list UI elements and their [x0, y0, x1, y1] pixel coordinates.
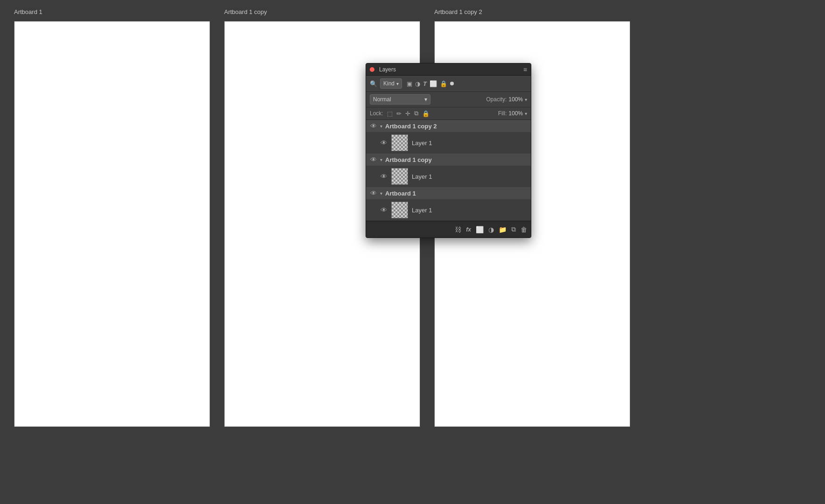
kind-dropdown[interactable]: Kind ▾: [380, 78, 402, 89]
filter-icons: ▣ ◑ T ⬜ 🔒: [407, 80, 454, 87]
opacity-value[interactable]: 100%: [508, 96, 523, 103]
search-icon: 🔍: [370, 80, 377, 87]
expand-arrow-icon[interactable]: ▾: [380, 124, 382, 129]
group-name-artboard-1-copy-2: Artboard 1 copy 2: [385, 123, 437, 130]
panel-title: Layers: [379, 66, 396, 73]
layer-eye-icon[interactable]: 👁: [380, 206, 388, 214]
titlebar-left: Layers: [370, 66, 396, 73]
layers-list: 👁 ▾ Artboard 1 copy 2 👁 Layer 1 👁 ▾ Artb…: [366, 120, 531, 221]
fill-label: Fill:: [498, 110, 507, 117]
fill-value[interactable]: 100%: [508, 110, 523, 117]
layer-thumbnail: [391, 134, 408, 151]
layer-row-artboard-1-layer1[interactable]: 👁 Layer 1: [366, 199, 531, 221]
filter-type-icon[interactable]: T: [423, 80, 427, 87]
fill-chevron-icon[interactable]: ▾: [525, 111, 527, 116]
layer-eye-icon[interactable]: 👁: [380, 173, 388, 180]
layer-row-artboard-1-copy-layer1[interactable]: 👁 Layer 1: [366, 166, 531, 187]
layers-panel: Layers ≡ 🔍 Kind ▾ ▣ ◑ T ⬜ 🔒: [366, 63, 531, 238]
titlebar-right: ≡: [523, 66, 527, 73]
kind-label: Kind: [383, 80, 395, 87]
opacity-label: Opacity:: [486, 96, 507, 103]
blend-mode-dropdown[interactable]: Normal ▾: [370, 94, 430, 105]
layer-thumbnail: [391, 202, 408, 218]
visibility-eye-icon[interactable]: 👁: [370, 122, 377, 130]
filter-smart-icon[interactable]: 🔒: [440, 80, 447, 87]
new-layer-icon[interactable]: ⧉: [511, 225, 516, 233]
kind-chevron-icon: ▾: [396, 81, 399, 86]
lock-all-icon[interactable]: 🔒: [422, 110, 430, 117]
layer-row-artboard-1-copy-2-layer1[interactable]: 👁 Layer 1: [366, 132, 531, 154]
lock-pixels-icon[interactable]: ⬚: [387, 110, 393, 117]
layer-name: Layer 1: [412, 140, 432, 147]
fill-section: Fill: 100% ▾: [498, 110, 527, 117]
filter-shape-icon[interactable]: ⬜: [430, 80, 437, 87]
delete-layer-icon[interactable]: 🗑: [521, 226, 527, 233]
artboard-1-canvas[interactable]: [14, 21, 210, 427]
opacity-chevron-icon[interactable]: ▾: [525, 97, 527, 102]
visibility-eye-icon[interactable]: 👁: [370, 189, 377, 197]
layer-thumbnail: [391, 168, 408, 185]
group-name-artboard-1-copy: Artboard 1 copy: [385, 156, 432, 163]
checkerboard-pattern: [392, 168, 408, 184]
panel-menu-icon[interactable]: ≡: [523, 66, 527, 73]
group-artboard-1-copy[interactable]: 👁 ▾ Artboard 1 copy: [366, 154, 531, 166]
artboard-2-label: Artboard 1 copy: [224, 8, 267, 15]
layer-name: Layer 1: [412, 173, 432, 180]
canvas-area: Artboard 1 Artboard 1 copy Artboard 1 co…: [0, 0, 825, 504]
group-artboard-1-copy-2[interactable]: 👁 ▾ Artboard 1 copy 2: [366, 120, 531, 132]
link-icon[interactable]: ⛓: [455, 226, 461, 233]
lock-move-icon[interactable]: ✛: [405, 110, 410, 117]
layers-toolbar: ⛓ fx ⬜ ◑ 📁 ⧉ 🗑: [366, 221, 531, 238]
blend-bar: Normal ▾ Opacity: 100% ▾: [366, 92, 531, 107]
close-button[interactable]: [370, 67, 374, 72]
lock-icons: ⬚ ✏ ✛ ⧉ 🔒: [387, 110, 430, 117]
group-name-artboard-1: Artboard 1: [385, 190, 416, 197]
lock-draw-icon[interactable]: ✏: [396, 110, 402, 117]
filter-adjust-icon[interactable]: ◑: [415, 80, 420, 87]
lock-artboards-icon[interactable]: ⧉: [414, 110, 418, 117]
filter-dot: [450, 82, 454, 85]
expand-arrow-icon[interactable]: ▾: [380, 191, 382, 196]
layer-name: Layer 1: [412, 207, 432, 214]
checkerboard-pattern: [392, 135, 408, 151]
filter-bar: 🔍 Kind ▾ ▣ ◑ T ⬜ 🔒: [366, 76, 531, 92]
layer-eye-icon[interactable]: 👁: [380, 139, 388, 147]
group-artboard-1[interactable]: 👁 ▾ Artboard 1: [366, 187, 531, 199]
checkerboard-pattern: [392, 202, 408, 218]
opacity-section: Opacity: 100% ▾: [486, 96, 527, 103]
artboard-3-label: Artboard 1 copy 2: [434, 8, 482, 15]
filter-pixel-icon[interactable]: ▣: [407, 80, 412, 87]
blend-chevron-icon: ▾: [424, 96, 427, 103]
fx-icon[interactable]: fx: [466, 226, 471, 233]
adjustment-layer-icon[interactable]: ◑: [488, 226, 494, 233]
lock-label: Lock:: [370, 110, 383, 117]
layers-panel-titlebar: Layers ≡: [366, 63, 531, 76]
visibility-eye-icon[interactable]: 👁: [370, 156, 377, 163]
blend-mode-value: Normal: [373, 96, 391, 103]
expand-arrow-icon[interactable]: ▾: [380, 157, 382, 162]
new-group-icon[interactable]: 📁: [499, 226, 507, 233]
new-fill-layer-icon[interactable]: ⬜: [476, 226, 484, 233]
artboard-1-label: Artboard 1: [14, 8, 42, 15]
lock-bar: Lock: ⬚ ✏ ✛ ⧉ 🔒 Fill: 100% ▾: [366, 107, 531, 120]
